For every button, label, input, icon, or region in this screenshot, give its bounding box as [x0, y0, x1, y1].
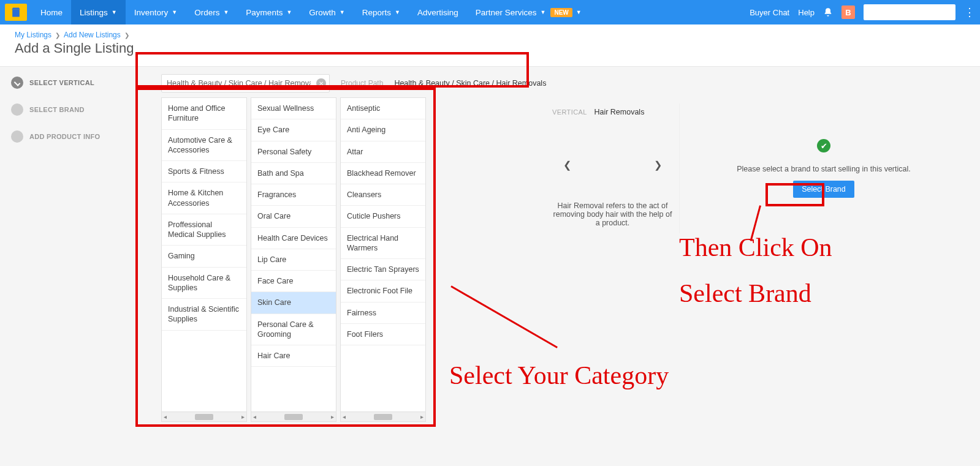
page-header: My Listings ❯ Add New Listings ❯ Add a S… [0, 24, 980, 67]
svg-rect-0 [12, 10, 20, 17]
step-add-product-info[interactable]: ADD PRODUCT INFO [11, 130, 132, 143]
category-column-1: Home and Office FurnitureAutomotive Care… [161, 97, 247, 422]
step-select-vertical[interactable]: SELECT VERTICAL [11, 77, 132, 89]
category-item[interactable]: Hair Care [251, 345, 336, 367]
user-avatar[interactable]: B [841, 6, 855, 19]
chevron-right-icon: ❯ [124, 32, 129, 39]
category-item[interactable]: Cuticle Pushers [341, 206, 425, 227]
step-indicator-icon [11, 103, 23, 116]
step-select-brand[interactable]: SELECT BRAND [11, 103, 132, 116]
product-path-label: Product Path [341, 79, 383, 88]
steps-rail: SELECT VERTICAL SELECT BRAND ADD PRODUCT… [0, 67, 138, 427]
category-item[interactable]: Home & Kitchen Accessories [162, 182, 246, 214]
horizontal-scrollbar[interactable]: ◂▸ [162, 412, 246, 421]
category-item[interactable]: Foot Filers [341, 324, 425, 345]
category-column-2: Sexual WellnessEye CarePersonal SafetyBa… [251, 97, 336, 422]
horizontal-scrollbar[interactable]: ◂▸ [251, 412, 336, 421]
chevron-down-icon: ▼ [286, 9, 292, 15]
category-column-3: AntisepticAnti AgeingAttarBlackhead Remo… [340, 97, 426, 422]
breadcrumb-my-listings[interactable]: My Listings [15, 31, 51, 39]
vertical-label: VERTICAL [552, 108, 587, 116]
nav-item-orders[interactable]: Orders▼ [186, 0, 237, 24]
category-search-input[interactable] [161, 74, 330, 92]
breadcrumb: My Listings ❯ Add New Listings ❯ [15, 31, 965, 39]
step-indicator-icon [11, 77, 23, 89]
top-nav: HomeListings▼Inventory▼Orders▼Payments▼G… [0, 0, 980, 24]
chevron-down-icon: ▼ [576, 9, 582, 15]
nav-item-growth[interactable]: Growth▼ [300, 0, 353, 24]
category-item[interactable]: Personal Care & Grooming [251, 314, 336, 346]
category-item[interactable]: Household Care & Supplies [162, 268, 246, 299]
chevron-down-icon: ▼ [395, 9, 400, 15]
category-item[interactable]: Sports & Fitness [162, 161, 246, 182]
flipkart-logo-icon [10, 6, 22, 18]
nav-item-reports[interactable]: Reports▼ [354, 0, 409, 24]
category-item[interactable]: Fragrances [251, 184, 336, 206]
category-item[interactable]: Health Care Devices [251, 228, 336, 249]
category-item[interactable]: Eye Care [251, 119, 336, 141]
brand-prompt-message: Please select a brand to start selling i… [686, 165, 962, 173]
check-circle-icon: ✔ [817, 139, 830, 152]
chevron-down-icon: ▼ [172, 9, 177, 15]
chevron-down-icon: ▼ [541, 9, 546, 15]
step-label: SELECT BRAND [29, 106, 85, 113]
category-item[interactable]: Face Care [251, 271, 336, 292]
category-item[interactable]: Home and Office Furniture [162, 98, 246, 130]
nav-item-inventory[interactable]: Inventory▼ [126, 0, 186, 24]
category-item[interactable]: Gaming [162, 246, 246, 267]
step-indicator-icon [11, 130, 23, 143]
category-item[interactable]: Antiseptic [341, 98, 425, 119]
buyer-chat-link[interactable]: Buyer Chat [750, 8, 789, 17]
vertical-value: Hair Removals [594, 108, 644, 116]
horizontal-scrollbar[interactable]: ◂▸ [341, 412, 425, 421]
category-item[interactable]: Electrical Hand Warmers [341, 228, 425, 260]
nav-item-partner-services[interactable]: Partner Services▼NEW▼ [467, 0, 590, 24]
category-item[interactable]: Attar [341, 141, 425, 163]
category-item[interactable]: Oral Care [251, 206, 336, 227]
category-item[interactable]: Fairness [341, 303, 425, 324]
vertical-description: Hair Removal refers to the act of removi… [552, 201, 673, 227]
chevron-down-icon: ▼ [340, 9, 345, 15]
category-item[interactable]: Lip Care [251, 249, 336, 271]
step-label: ADD PRODUCT INFO [29, 133, 100, 140]
category-item[interactable]: Proffessional Medical Supplies [162, 214, 246, 246]
notifications-icon[interactable] [823, 7, 833, 17]
category-item[interactable]: Anti Ageing [341, 119, 425, 141]
category-item[interactable]: Electric Tan Sprayers [341, 259, 425, 280]
category-item[interactable]: Skin Care [251, 292, 336, 314]
category-item[interactable]: Bath and Spa [251, 163, 336, 184]
nav-item-listings[interactable]: Listings▼ [71, 0, 126, 24]
select-brand-button[interactable]: Select Brand [793, 181, 854, 198]
category-item[interactable]: Sexual Wellness [251, 98, 336, 119]
category-item[interactable]: Automotive Care & Accessories [162, 130, 246, 162]
step-label: SELECT VERTICAL [29, 79, 94, 86]
nav-item-advertising[interactable]: Advertising [409, 0, 467, 24]
nav-item-home[interactable]: Home [32, 0, 71, 24]
chevron-down-icon: ▼ [223, 9, 229, 15]
carousel-prev-icon[interactable]: ❮ [563, 159, 571, 171]
overflow-menu-icon[interactable]: ⋮ [964, 7, 975, 18]
category-item[interactable]: Industrial & Scientific Supplies [162, 299, 246, 331]
logo[interactable] [5, 4, 27, 21]
chevron-right-icon: ❯ [55, 32, 60, 39]
page-title: Add a Single Listing [15, 40, 965, 56]
category-item[interactable]: Personal Safety [251, 141, 336, 163]
carousel-next-icon[interactable]: ❯ [654, 159, 662, 171]
help-link[interactable]: Help [798, 8, 815, 17]
new-badge: NEW [550, 8, 572, 17]
global-search-input[interactable] [864, 4, 955, 20]
clear-search-icon[interactable]: ✕ [316, 78, 326, 88]
breadcrumb-add-new-listings[interactable]: Add New Listings [64, 31, 121, 39]
category-item[interactable]: Electronic Foot File [341, 280, 425, 302]
category-item[interactable]: Blackhead Remover [341, 163, 425, 184]
category-item[interactable]: Cleansers [341, 184, 425, 206]
chevron-down-icon: ▼ [112, 9, 117, 15]
nav-item-payments[interactable]: Payments▼ [237, 0, 300, 24]
product-path-value: Health & Beauty / Skin Care / Hair Remov… [394, 79, 546, 88]
